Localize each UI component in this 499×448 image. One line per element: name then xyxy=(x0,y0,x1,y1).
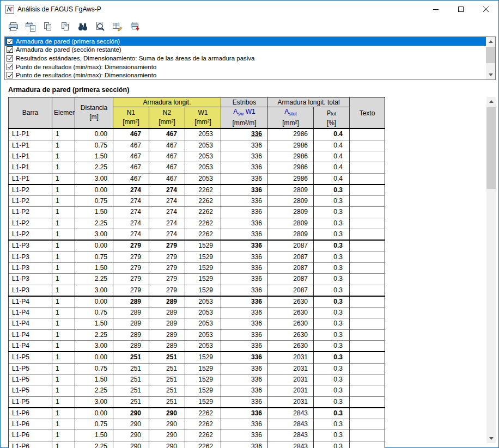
col-header-barra: Barra xyxy=(9,97,52,129)
print-export-button[interactable] xyxy=(129,20,142,33)
edit-table-button[interactable] xyxy=(111,20,124,33)
table-row: L1-P512.25251251152933620310.3 xyxy=(9,385,385,396)
scroll-down-icon[interactable] xyxy=(486,70,495,79)
cell-asw: 336 xyxy=(221,341,268,352)
cell-elemento: 1 xyxy=(52,196,75,207)
cell-distancia: 2.25 xyxy=(75,162,113,173)
cell-n1: 467 xyxy=(113,128,149,140)
cell-distancia: 1.50 xyxy=(75,374,113,385)
options-listbox: Armadura de pared (primera sección)Armad… xyxy=(4,36,496,80)
cell-w1: 2053 xyxy=(185,140,221,151)
check-mark-icon xyxy=(7,39,11,44)
cell-elemento: 1 xyxy=(52,251,75,262)
cell-asw: 336 xyxy=(221,329,268,340)
cell-elemento: 1 xyxy=(52,419,75,430)
checkbox-icon[interactable] xyxy=(7,64,13,70)
cell-n2: 467 xyxy=(149,162,185,173)
minimize-button[interactable] xyxy=(423,1,448,17)
col-header-w1: W1 [mm²] xyxy=(185,107,221,129)
table-row: L1-P513.00251251152933620310.3 xyxy=(9,396,385,408)
cell-w1: 1529 xyxy=(185,374,221,385)
cell-rho: 0.4 xyxy=(314,140,350,151)
list-item[interactable]: Resultados estándares, Dimensionamiento:… xyxy=(5,54,486,63)
cell-n1: 251 xyxy=(113,352,149,363)
cell-distancia: 0.75 xyxy=(75,196,113,207)
list-item[interactable]: Punto de resultados (min/max): Dimension… xyxy=(5,63,486,71)
cell-rho: 0.4 xyxy=(314,162,350,173)
cell-asw: 336 xyxy=(221,296,268,308)
cell-elemento: 1 xyxy=(52,341,75,352)
list-item[interactable]: Armadura de pared (primera sección) xyxy=(5,37,486,46)
table-row: L1-P310.00279279152933620870.3 xyxy=(9,240,385,251)
cell-barra: L1-P2 xyxy=(9,218,52,229)
cell-texto xyxy=(350,229,385,241)
list-item[interactable]: Armadura de pared (sección restante) xyxy=(5,46,486,54)
cell-n2: 467 xyxy=(149,140,185,151)
col-header-distancia: Distancia [m] xyxy=(75,97,113,129)
find-button[interactable] xyxy=(76,20,89,33)
list-item[interactable]: Punto de resultados (min/max): Dimension… xyxy=(5,71,486,79)
cell-astot: 2031 xyxy=(268,396,314,408)
cell-astot: 2986 xyxy=(268,128,314,140)
preview-zoom-button[interactable] xyxy=(94,20,107,33)
cell-texto xyxy=(350,352,385,363)
cell-distancia: 3.00 xyxy=(75,229,113,241)
copy-special-button[interactable] xyxy=(59,20,72,33)
scrollbar-track[interactable] xyxy=(486,106,496,434)
cell-n2: 251 xyxy=(149,352,185,363)
scrollbar-thumb[interactable] xyxy=(486,107,496,189)
cell-w1: 2053 xyxy=(185,151,221,162)
cell-elemento: 1 xyxy=(52,240,75,251)
cell-barra: L1-P1 xyxy=(9,151,52,162)
scrollbar-thumb[interactable] xyxy=(486,47,495,63)
cell-n1: 274 xyxy=(113,196,149,207)
cell-asw: 336 xyxy=(221,363,268,374)
cell-texto xyxy=(350,285,385,296)
table-row: L1-P410.00289289205333626300.3 xyxy=(9,296,385,308)
table-row: L1-P311.50279279152933620870.3 xyxy=(9,262,385,273)
checkbox-icon[interactable] xyxy=(7,46,13,53)
cell-distancia: 0.00 xyxy=(75,352,113,363)
scroll-down-icon[interactable] xyxy=(486,434,496,443)
cell-elemento: 1 xyxy=(52,207,75,218)
cell-w1: 2262 xyxy=(185,419,221,430)
cell-texto xyxy=(350,218,385,229)
cell-elemento: 1 xyxy=(52,329,75,340)
cell-n1: 279 xyxy=(113,262,149,273)
cell-barra: L1-P4 xyxy=(9,318,52,329)
cell-n1: 279 xyxy=(113,240,149,251)
print-page-setup-button[interactable] xyxy=(24,20,37,33)
cell-elemento: 1 xyxy=(52,128,75,140)
table-scrollbar[interactable] xyxy=(486,97,496,443)
checkbox-icon[interactable] xyxy=(7,72,13,78)
cell-astot: 2630 xyxy=(268,329,314,340)
copy-button[interactable] xyxy=(41,20,54,33)
cell-barra: L1-P4 xyxy=(9,308,52,318)
table-row: L1-P211.50274274226233628090.3 xyxy=(9,207,385,218)
close-button[interactable] xyxy=(473,1,498,17)
cell-astot: 2087 xyxy=(268,262,314,273)
cell-n1: 279 xyxy=(113,285,149,296)
cell-w1: 1529 xyxy=(185,396,221,408)
cell-elemento: 1 xyxy=(52,162,75,173)
maximize-button[interactable] xyxy=(448,1,473,17)
cell-rho: 0.3 xyxy=(314,352,350,363)
cell-n2: 274 xyxy=(149,229,185,241)
scrollbar-track[interactable] xyxy=(486,46,495,70)
scroll-up-icon[interactable] xyxy=(486,37,495,46)
scroll-up-icon[interactable] xyxy=(486,97,496,106)
print-button[interactable] xyxy=(7,20,20,33)
cell-astot: 2843 xyxy=(268,441,314,448)
list-item-label: Punto de resultados (min/max): Dimension… xyxy=(16,72,156,78)
listbox-scrollbar[interactable] xyxy=(486,37,495,79)
checkbox-icon[interactable] xyxy=(7,38,13,45)
col-header-astot: Astot [mm²] xyxy=(268,107,314,129)
close-icon xyxy=(483,7,489,12)
checkbox-icon[interactable] xyxy=(7,55,13,62)
cell-w1: 1529 xyxy=(185,262,221,273)
cell-barra: L1-P2 xyxy=(9,196,52,207)
cell-astot: 2630 xyxy=(268,296,314,308)
cell-asw: 336 xyxy=(221,128,268,140)
cell-elemento: 1 xyxy=(52,140,75,151)
window-title: Análisis de FAGUS FgAws-P xyxy=(17,5,101,13)
